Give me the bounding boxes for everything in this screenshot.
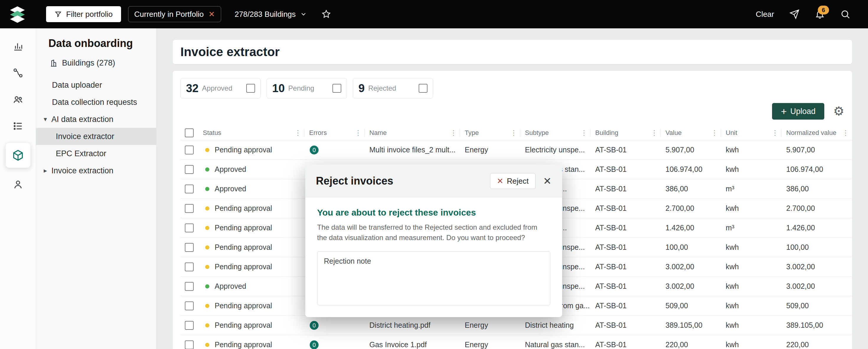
column-menu-icon[interactable]: ⋮ bbox=[508, 129, 517, 137]
table-header: Status⋮ Errors⋮ Name⋮ Type⋮ Subtype⋮ Bui… bbox=[180, 126, 852, 140]
row-normalized: 389.105,00 bbox=[781, 321, 852, 329]
column-menu-icon[interactable]: ⋮ bbox=[648, 129, 658, 137]
row-checkbox[interactable] bbox=[185, 165, 194, 174]
chevron-down-icon: ▾ bbox=[44, 116, 51, 123]
sidebar-item-ai-data-extraction[interactable]: ▾ AI data extraction bbox=[36, 111, 156, 128]
row-unit: kwh bbox=[721, 341, 781, 349]
search-icon[interactable] bbox=[840, 9, 850, 19]
select-all-checkbox[interactable] bbox=[185, 128, 194, 137]
row-status: Pending approval bbox=[198, 146, 304, 154]
dialog-heading: You are about to reject these invoices bbox=[317, 208, 550, 218]
row-normalized: 3.002,00 bbox=[781, 282, 852, 290]
chevron-right-icon: ▸ bbox=[44, 167, 51, 174]
sidebar-item-invoice-extractor[interactable]: Invoice extractor bbox=[36, 128, 156, 145]
favorite-star-icon[interactable] bbox=[321, 9, 331, 19]
sidebar-buildings[interactable]: Buildings (278) bbox=[50, 59, 156, 68]
people-icon[interactable] bbox=[12, 94, 24, 105]
row-checkbox[interactable] bbox=[185, 243, 194, 252]
column-menu-icon[interactable]: ⋮ bbox=[769, 129, 779, 137]
row-value: 386,00 bbox=[661, 185, 721, 193]
column-menu-icon[interactable]: ⋮ bbox=[840, 129, 849, 137]
approved-filter-checkbox[interactable] bbox=[246, 84, 255, 93]
topbar-actions: Clear 6 bbox=[756, 9, 850, 19]
row-errors: 0 bbox=[304, 145, 365, 155]
reject-button[interactable]: ✕ Reject bbox=[490, 173, 535, 189]
col-errors: Errors bbox=[309, 129, 327, 137]
row-status: Approved bbox=[198, 282, 304, 290]
row-checkbox[interactable] bbox=[185, 282, 194, 291]
column-menu-icon[interactable]: ⋮ bbox=[352, 129, 362, 137]
logo-icon bbox=[6, 3, 29, 26]
upload-button[interactable]: + Upload bbox=[772, 103, 824, 120]
list-icon[interactable] bbox=[12, 121, 24, 132]
pending-filter-checkbox[interactable] bbox=[333, 84, 341, 93]
row-unit: kwh bbox=[721, 146, 781, 154]
buildings-selector-label: 278/283 Buildings bbox=[235, 10, 296, 19]
chevron-down-icon bbox=[300, 11, 307, 18]
row-normalized: 220,00 bbox=[781, 341, 852, 349]
data-extraction-rail-item[interactable] bbox=[6, 143, 30, 168]
row-checkbox-cell bbox=[180, 302, 198, 310]
row-checkbox[interactable] bbox=[185, 341, 194, 349]
sidebar-item-invoice-extraction[interactable]: ▸ Invoice extraction bbox=[36, 162, 156, 179]
send-icon[interactable] bbox=[789, 9, 800, 19]
status-dot bbox=[205, 265, 209, 269]
row-checkbox[interactable] bbox=[185, 185, 194, 193]
close-icon[interactable]: ✕ bbox=[543, 176, 552, 186]
status-dot bbox=[205, 343, 209, 347]
column-menu-icon[interactable]: ⋮ bbox=[578, 129, 588, 137]
notifications-badge: 6 bbox=[818, 6, 829, 14]
account-icon[interactable] bbox=[12, 179, 24, 190]
errors-badge: 0 bbox=[310, 321, 318, 330]
table-row[interactable]: Pending approval 0 District heating.pdf … bbox=[180, 316, 852, 335]
col-normalized: Normalized value bbox=[786, 129, 836, 137]
icon-rail bbox=[0, 28, 36, 349]
row-status: Approved bbox=[198, 165, 304, 173]
row-checkbox-cell bbox=[180, 243, 198, 252]
page-title-card: Invoice extractor bbox=[173, 40, 852, 64]
settings-gear-icon[interactable]: ⚙ bbox=[833, 105, 844, 118]
row-checkbox[interactable] bbox=[185, 223, 194, 232]
row-checkbox[interactable] bbox=[185, 321, 194, 330]
row-checkbox[interactable] bbox=[185, 262, 194, 271]
row-normalized: 2.700,00 bbox=[781, 204, 852, 213]
table-row[interactable]: Pending approval 0 Multi invoice files_2… bbox=[180, 140, 852, 160]
column-menu-icon[interactable]: ⋮ bbox=[447, 129, 457, 137]
sidebar-item-data-uploader[interactable]: Data uploader bbox=[36, 76, 156, 94]
dialog-header: Reject invoices ✕ Reject ✕ bbox=[305, 164, 562, 197]
row-building: AT-SB-01 bbox=[590, 262, 661, 271]
chip-label: Currently in Portfolio bbox=[134, 10, 204, 19]
column-menu-icon[interactable]: ⋮ bbox=[292, 129, 302, 137]
dialog-body: You are about to reject these invoices T… bbox=[305, 197, 562, 317]
column-menu-icon[interactable]: ⋮ bbox=[709, 129, 718, 137]
buildings-selector[interactable]: 278/283 Buildings bbox=[235, 10, 307, 19]
row-checkbox[interactable] bbox=[185, 204, 194, 213]
app-logo[interactable] bbox=[0, 0, 35, 28]
row-status: Pending approval bbox=[198, 243, 304, 252]
row-value: 509,00 bbox=[661, 302, 721, 310]
clear-button[interactable]: Clear bbox=[756, 10, 774, 19]
status-dot bbox=[205, 148, 209, 152]
rejection-note-input[interactable] bbox=[317, 251, 550, 305]
dialog-title: Reject invoices bbox=[316, 175, 393, 187]
workflow-icon[interactable] bbox=[12, 67, 24, 78]
topbar: Filter portfolio Currently in Portfolio … bbox=[0, 0, 868, 28]
row-value: 3.002,00 bbox=[661, 262, 721, 271]
row-checkbox[interactable] bbox=[185, 302, 194, 310]
notifications-bell-icon[interactable]: 6 bbox=[815, 9, 825, 19]
building-icon bbox=[50, 59, 58, 67]
row-checkbox-cell bbox=[180, 321, 198, 330]
table-row[interactable]: Pending approval 0 Gas Invoice 1.pdf Ene… bbox=[180, 335, 852, 349]
analytics-icon[interactable] bbox=[12, 41, 24, 52]
pending-label: Pending bbox=[288, 84, 314, 92]
row-value: 1.426,00 bbox=[661, 223, 721, 232]
sidebar-item-data-collection-requests[interactable]: Data collection requests bbox=[36, 94, 156, 111]
row-checkbox-cell bbox=[180, 223, 198, 232]
sidebar-item-epc-extractor[interactable]: EPC Extractor bbox=[36, 145, 156, 162]
filter-portfolio-button[interactable]: Filter portfolio bbox=[46, 6, 121, 22]
portfolio-filter-chip[interactable]: Currently in Portfolio ✕ bbox=[128, 6, 221, 22]
rejected-filter-checkbox[interactable] bbox=[418, 84, 428, 93]
row-checkbox[interactable] bbox=[185, 146, 194, 154]
chip-remove-icon[interactable]: ✕ bbox=[209, 10, 215, 18]
row-name: District heating.pdf bbox=[365, 321, 460, 329]
